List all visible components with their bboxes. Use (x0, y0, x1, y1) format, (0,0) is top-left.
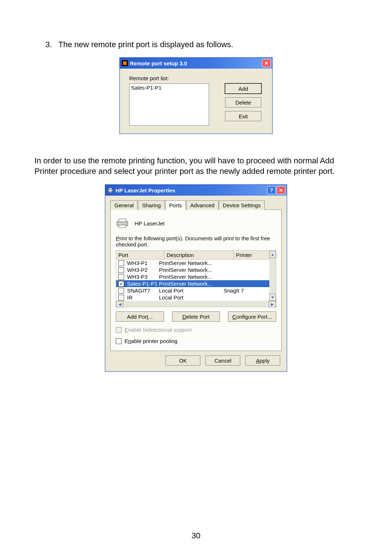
table-row[interactable]: IRLocal Port (116, 294, 276, 301)
checkbox-icon[interactable] (118, 267, 124, 273)
ports-table: Port Description Printer WH3-P1PrintServ… (116, 250, 276, 307)
table-header: Port Description Printer (116, 251, 276, 260)
checkbox-icon[interactable] (118, 260, 124, 266)
delete-button[interactable]: Delete (225, 97, 261, 107)
step-number: 3. (45, 40, 56, 49)
svg-rect-4 (119, 219, 126, 222)
vertical-scrollbar[interactable]: ▲ ▼ (269, 251, 276, 301)
tabs: General Sharing Ports Advanced Device Se… (110, 200, 282, 210)
table-row[interactable]: WH3-P1PrintServer Network... (116, 260, 276, 266)
port-description: PrintServer Network... (159, 267, 224, 273)
app-icon (122, 60, 128, 66)
port-description: Local Port (159, 294, 224, 301)
table-row[interactable]: ✔Sales-P1-P1PrintServer Network... (116, 280, 276, 287)
enable-bidirectional-checkbox: Enable bidirectional support (116, 327, 276, 333)
delete-port-button[interactable]: Delete Port (172, 311, 220, 322)
close-icon[interactable]: ✕ (277, 186, 285, 194)
page-number: 30 (0, 531, 392, 540)
ok-button[interactable]: OK (166, 355, 200, 366)
step-line: 3. The new remote print port is displaye… (45, 40, 358, 49)
table-row[interactable]: SNAGIT7Local PortSnagIt 7 (116, 287, 276, 294)
svg-rect-1 (109, 188, 112, 189)
remote-port-setup-dialog: Remote port setup 3.0 ✕ Remote port list… (119, 57, 273, 134)
cancel-button[interactable]: Cancel (205, 355, 240, 366)
port-name: Sales-P1-P1 (127, 281, 158, 287)
ports-tab-content: HP LaserJet Print to the following port(… (110, 210, 282, 351)
checkbox-icon[interactable] (118, 288, 124, 294)
remote-port-list-label: Remote port list: (129, 75, 265, 81)
scroll-left-icon[interactable]: ◀ (116, 301, 123, 307)
table-row[interactable]: WH3-P2PrintServer Network... (116, 266, 276, 273)
apply-button[interactable]: Apply (245, 355, 280, 366)
printer-properties-dialog: HP LaserJet Properties ? ✕ General Shari… (105, 184, 287, 372)
list-item[interactable]: Sales-P1-P1 (131, 85, 207, 91)
tab-advanced[interactable]: Advanced (186, 200, 219, 210)
configure-port-button[interactable]: Configure Port... (228, 311, 276, 322)
add-button[interactable]: Add (225, 83, 261, 94)
checkbox-icon[interactable]: ✔ (118, 281, 124, 287)
window-title: HP LaserJet Properties (115, 187, 267, 193)
port-name: WH3-P2 (127, 267, 148, 273)
instruction-paragraph: In order to use the remote printing func… (34, 156, 358, 176)
checkbox-icon[interactable] (118, 295, 124, 301)
titlebar[interactable]: HP LaserJet Properties ? ✕ (105, 185, 287, 196)
port-name: IR (127, 294, 132, 301)
exit-button[interactable]: Exit (225, 111, 261, 121)
scroll-down-icon[interactable]: ▼ (269, 294, 276, 301)
ports-help-text: Print to the following port(s). Document… (116, 235, 276, 248)
scroll-up-icon[interactable]: ▲ (269, 251, 276, 258)
table-row[interactable]: WH3-P3PrintServer Network... (116, 273, 276, 280)
printer-name: HP LaserJet (135, 220, 164, 227)
remote-port-listbox[interactable]: Sales-P1-P1 (129, 83, 209, 126)
port-description: PrintServer Network... (159, 274, 224, 280)
col-description[interactable]: Description (164, 251, 234, 259)
port-name: WH3-P1 (127, 260, 148, 266)
col-port[interactable]: Port (116, 251, 164, 259)
enable-printer-pooling-checkbox[interactable]: Enable printer pooling (116, 338, 276, 344)
port-description: PrintServer Network... (159, 281, 224, 287)
add-port-button[interactable]: Add Port... (116, 311, 164, 322)
step-text: The new remote print port is displayed a… (58, 40, 233, 49)
checkbox-icon[interactable] (116, 338, 122, 344)
checkbox-icon (116, 327, 122, 333)
port-name: SNAGIT7 (127, 287, 150, 294)
printer-icon (116, 218, 129, 229)
titlebar[interactable]: Remote port setup 3.0 ✕ (120, 58, 272, 69)
port-printer: SnagIt 7 (224, 287, 276, 294)
window-title: Remote port setup 3.0 (130, 60, 262, 66)
horizontal-scrollbar[interactable]: ◀ ▶ (116, 301, 276, 307)
port-description: Local Port (159, 287, 224, 294)
tab-general[interactable]: General (110, 200, 138, 210)
tab-ports[interactable]: Ports (165, 200, 186, 210)
svg-rect-5 (119, 225, 126, 228)
tab-sharing[interactable]: Sharing (138, 200, 165, 210)
tab-device-settings[interactable]: Device Settings (219, 200, 265, 210)
port-name: WH3-P3 (127, 274, 148, 280)
svg-rect-2 (109, 191, 112, 192)
scroll-right-icon[interactable]: ▶ (269, 301, 276, 307)
port-description: PrintServer Network... (159, 260, 224, 266)
checkbox-icon[interactable] (118, 274, 124, 280)
close-icon[interactable]: ✕ (262, 59, 271, 67)
help-icon[interactable]: ? (267, 186, 276, 194)
printer-icon (107, 187, 113, 193)
